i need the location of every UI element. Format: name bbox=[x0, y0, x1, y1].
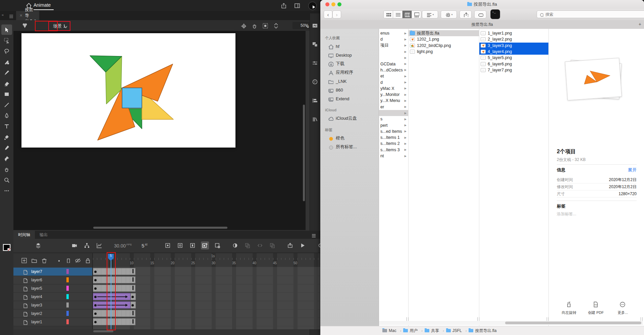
column1-row[interactable]: nt ▶ bbox=[379, 153, 408, 159]
show-layers-button[interactable] bbox=[34, 241, 42, 249]
tool-button[interactable] bbox=[1, 57, 12, 67]
search-field[interactable] bbox=[537, 10, 644, 18]
layer-frame-track[interactable] bbox=[93, 310, 320, 318]
timeline-tab[interactable]: 输出 bbox=[35, 231, 52, 239]
tool-button[interactable] bbox=[1, 67, 12, 78]
timeline-menu-icon[interactable] bbox=[311, 232, 316, 237]
column1-row[interactable]: s...Items 2 ▶ bbox=[379, 141, 408, 147]
end-keyframe-dot[interactable] bbox=[131, 296, 134, 298]
delete-layer-icon[interactable] bbox=[41, 257, 47, 263]
dock-panel-button[interactable] bbox=[310, 95, 320, 113]
preview-action-button[interactable]: 更多... bbox=[611, 301, 635, 315]
action-gear-button[interactable]: ▾ bbox=[441, 10, 457, 18]
dock-panel-button[interactable] bbox=[310, 19, 320, 38]
sidebar-item[interactable]: 所有标签... bbox=[320, 143, 379, 151]
stage-vertical-scrollbar[interactable] bbox=[303, 105, 305, 201]
add-tag-field[interactable]: 添加标签... bbox=[557, 211, 576, 217]
column1-row[interactable]: yMac X ▶ bbox=[379, 86, 408, 92]
sidebar-item[interactable]: 橙色 bbox=[320, 134, 379, 143]
tool-button[interactable] bbox=[1, 132, 12, 142]
layer-color-chip[interactable] bbox=[66, 269, 69, 274]
tool-button[interactable] bbox=[1, 110, 12, 121]
file-row[interactable]: 6_layer6.png bbox=[479, 61, 548, 67]
column1-row[interactable]: pert ▶ bbox=[379, 122, 408, 128]
doc-tab[interactable]: ✕ 按层导出.fla* bbox=[16, 11, 39, 20]
column-resize-handle[interactable] bbox=[407, 317, 409, 321]
column1-row[interactable]: d ▶ bbox=[379, 36, 408, 42]
tool-button[interactable] bbox=[1, 46, 12, 56]
dock-panel-button[interactable] bbox=[310, 113, 320, 132]
sidebar-item[interactable]: 860 bbox=[320, 86, 379, 94]
file-row[interactable]: 1202_birdClip.png bbox=[409, 43, 479, 49]
stage-canvas[interactable] bbox=[21, 33, 235, 148]
keyframe-dot[interactable] bbox=[94, 304, 97, 306]
sidebar-item[interactable]: 下载 bbox=[320, 59, 379, 68]
layer-row[interactable]: layer1 bbox=[13, 318, 320, 326]
timeline-tool-button[interactable] bbox=[201, 241, 209, 249]
fps-control[interactable]: 30.00FPS bbox=[114, 243, 132, 248]
dock-panel-button[interactable] bbox=[310, 76, 320, 95]
layer-row[interactable]: layer7 bbox=[13, 268, 320, 276]
outline-layer-icon[interactable] bbox=[65, 258, 70, 263]
layer-frame-track[interactable] bbox=[93, 318, 320, 326]
tool-button[interactable] bbox=[1, 100, 12, 110]
layer-frame-track[interactable] bbox=[93, 276, 320, 284]
layer-name-cell[interactable]: layer2 bbox=[13, 310, 92, 318]
column-parents[interactable]: enus ▶ d ▶ 项目 ▶ ▶ ▶ bbox=[379, 29, 409, 326]
column-resize-handle[interactable] bbox=[547, 317, 549, 321]
column-files[interactable]: 1_layer1.png 2_layer2.png 3_layer3.png 4… bbox=[479, 29, 549, 326]
tool-button[interactable] bbox=[1, 35, 12, 46]
sidebar-item[interactable]: iCloud云盘 bbox=[320, 114, 379, 123]
group-by-button[interactable]: ▾ bbox=[422, 10, 438, 18]
test-movie-button[interactable] bbox=[308, 2, 317, 10]
timeline-tool-button[interactable] bbox=[83, 241, 91, 249]
file-row[interactable]: 1_layer1.png bbox=[479, 30, 548, 36]
timeline-tool-button[interactable] bbox=[95, 241, 103, 249]
keyframe-dot[interactable] bbox=[94, 321, 97, 323]
layer-color-chip[interactable] bbox=[66, 277, 69, 282]
keyframe-dot[interactable] bbox=[94, 287, 97, 290]
tool-button[interactable] bbox=[1, 143, 12, 153]
zoom-window-button[interactable] bbox=[337, 2, 341, 6]
layer-color-chip[interactable] bbox=[66, 319, 69, 324]
file-row[interactable]: 2_layer2.png bbox=[479, 36, 548, 42]
layer-frame-track[interactable] bbox=[93, 284, 320, 293]
column1-row[interactable]: h...dCodecs ▶ bbox=[379, 67, 408, 73]
layer-row[interactable]: layer5 bbox=[13, 284, 320, 293]
finder-tab-bar[interactable]: 按层导出.fla bbox=[320, 20, 644, 29]
column-resize-handle[interactable] bbox=[641, 317, 643, 321]
column1-row[interactable]: 项目 ▶ bbox=[379, 43, 408, 49]
clip-content-icon[interactable] bbox=[262, 22, 268, 29]
timeline-tool-button[interactable] bbox=[286, 241, 294, 249]
timeline-tool-button[interactable] bbox=[244, 241, 252, 249]
sidebar-item[interactable]: 标签 bbox=[320, 126, 379, 134]
timeline-tool-button[interactable] bbox=[189, 241, 197, 249]
rotate-hand-icon[interactable] bbox=[251, 22, 258, 29]
dock-panel-button[interactable] bbox=[310, 38, 320, 57]
timeline-tool-button[interactable] bbox=[268, 241, 276, 249]
keyframe-dot[interactable] bbox=[94, 296, 97, 298]
keyframe-dot[interactable] bbox=[94, 313, 97, 315]
minimize-window-button[interactable] bbox=[331, 2, 335, 6]
close-window-button[interactable] bbox=[325, 2, 329, 6]
stage-horizontal-scrollbar[interactable] bbox=[93, 227, 227, 229]
layer-color-chip[interactable] bbox=[66, 302, 69, 308]
tag-button[interactable] bbox=[474, 10, 486, 18]
tool-button[interactable] bbox=[1, 89, 12, 99]
tool-button[interactable] bbox=[1, 24, 12, 35]
stage-shape-blue-square[interactable] bbox=[122, 88, 142, 108]
file-row[interactable]: 5_layer5.png bbox=[479, 55, 548, 61]
column1-row[interactable]: enus ▶ bbox=[379, 30, 408, 36]
preview-action-button[interactable]: 创建 PDF bbox=[584, 301, 608, 315]
current-frame-control[interactable]: 5帧 bbox=[142, 243, 148, 248]
layer-name-cell[interactable]: layer3 bbox=[13, 301, 92, 310]
list-view-button[interactable] bbox=[393, 11, 402, 18]
lock-layers-icon[interactable] bbox=[85, 257, 91, 263]
layer-name-cell[interactable]: layer5 bbox=[13, 284, 92, 293]
timeline-tool-button[interactable] bbox=[299, 241, 307, 249]
sidebar-item[interactable]: Desktop bbox=[320, 51, 379, 59]
share-icon[interactable] bbox=[280, 2, 287, 9]
new-tab-button[interactable]: + bbox=[639, 21, 641, 27]
symbol-clover-icon[interactable] bbox=[21, 22, 28, 29]
zoom-chevron-down-icon[interactable] bbox=[305, 23, 309, 28]
